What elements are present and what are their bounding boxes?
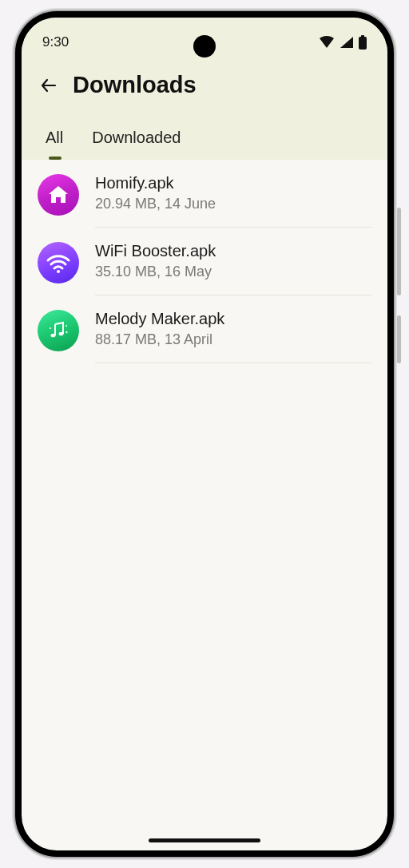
camera-hole (193, 35, 216, 57)
item-meta: 88.17 MB, 13 April (95, 331, 371, 348)
wifi-status-icon (319, 36, 335, 49)
list-item-texts: WiFi Booster.apk 35.10 MB, 16 May (95, 240, 371, 295)
status-icons (319, 35, 367, 50)
battery-status-icon (359, 35, 367, 50)
power-button (397, 315, 401, 363)
tabs: All Downloaded (22, 114, 387, 160)
list-item-texts: Melody Maker.apk 88.17 MB, 13 April (95, 308, 371, 363)
nav-handle[interactable] (149, 838, 260, 842)
tab-all[interactable]: All (46, 129, 63, 147)
signal-status-icon (340, 36, 354, 49)
screen: 9:30 (22, 18, 387, 850)
back-button[interactable] (39, 76, 58, 95)
item-title: WiFi Booster.apk (95, 242, 371, 260)
tab-indicator (49, 157, 62, 160)
item-meta: 20.94 MB, 14 June (95, 196, 371, 212)
volume-button (397, 208, 401, 295)
svg-point-6 (50, 327, 51, 329)
svg-point-2 (57, 270, 60, 273)
tab-downloaded[interactable]: Downloaded (92, 129, 181, 147)
svg-point-4 (59, 332, 64, 336)
list-item-texts: Homify.apk 20.94 MB, 14 June (95, 172, 371, 228)
app-icon-wifi (38, 242, 79, 283)
music-icon (46, 318, 71, 343)
app-icon-homify (38, 174, 79, 216)
svg-rect-0 (359, 37, 367, 50)
list-item[interactable]: WiFi Booster.apk 35.10 MB, 16 May (22, 228, 387, 295)
arrow-left-icon (39, 76, 58, 95)
app-bar: Downloads (22, 59, 387, 114)
downloads-list: Homify.apk 20.94 MB, 14 June WiFi Booste… (22, 160, 387, 363)
item-title: Melody Maker.apk (95, 310, 371, 328)
home-icon (46, 183, 70, 207)
item-title: Homify.apk (95, 174, 371, 192)
header-zone: 9:30 (22, 18, 387, 160)
list-item[interactable]: Melody Maker.apk 88.17 MB, 13 April (22, 295, 387, 363)
phone-frame: 9:30 (15, 11, 394, 857)
wifi-icon (45, 249, 72, 276)
svg-point-5 (66, 325, 67, 327)
app-icon-melody (38, 310, 79, 351)
status-time: 9:30 (42, 34, 69, 50)
list-item[interactable]: Homify.apk 20.94 MB, 14 June (22, 160, 387, 228)
svg-point-3 (51, 334, 56, 338)
page-title: Downloads (73, 72, 197, 98)
item-meta: 35.10 MB, 16 May (95, 264, 371, 280)
svg-rect-1 (361, 35, 364, 38)
